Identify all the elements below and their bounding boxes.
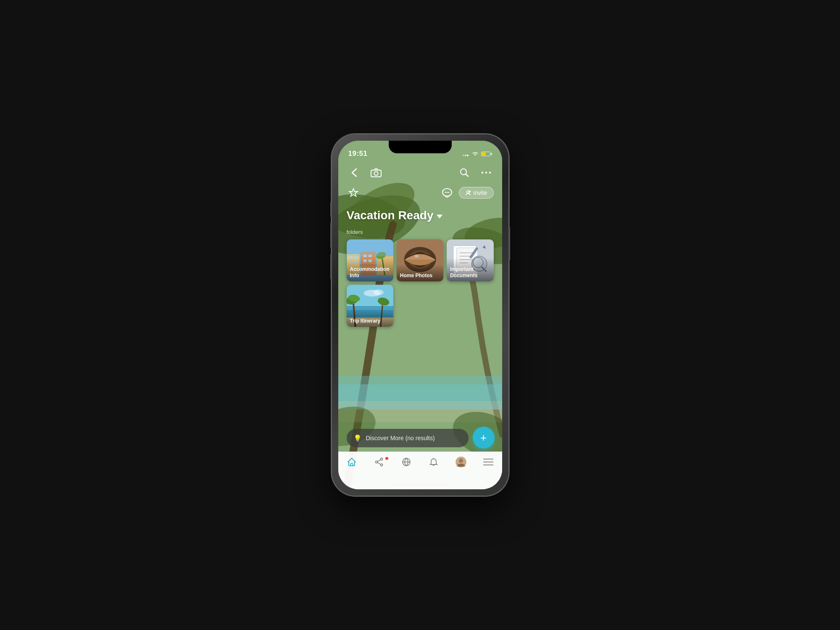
svg-point-17 [482, 172, 483, 173]
folder-home-photos[interactable]: Home Photos [397, 239, 443, 281]
folders-label: folders [347, 229, 494, 235]
svg-point-12 [465, 155, 466, 156]
back-button[interactable] [347, 165, 362, 180]
folder-important-documents[interactable]: Important Documents [447, 239, 493, 281]
album-title: Vacation Ready [347, 209, 434, 222]
discover-text: Discover More (no results) [366, 435, 435, 441]
folder-trip-itinerary[interactable]: Trip Itinerary [347, 285, 393, 327]
second-toolbar: invite [338, 184, 502, 202]
discover-icon: 💡 [353, 434, 362, 442]
svg-point-13 [467, 155, 469, 156]
power-button[interactable] [508, 227, 510, 260]
svg-point-19 [489, 172, 490, 173]
svg-point-18 [485, 172, 487, 173]
svg-point-24 [467, 191, 469, 193]
invite-button[interactable]: invite [459, 187, 494, 199]
phone-screen: 19:51 [338, 141, 502, 489]
more-button[interactable] [479, 165, 494, 180]
svg-rect-40 [347, 239, 393, 256]
svg-point-76 [381, 458, 383, 460]
chat-button[interactable] [440, 185, 455, 200]
content-area: Vacation Ready folders [338, 202, 502, 452]
battery-icon [481, 152, 492, 156]
search-button[interactable] [457, 165, 472, 180]
status-time: 19:51 [348, 150, 368, 158]
notch [389, 141, 452, 153]
svg-point-11 [463, 155, 464, 156]
camera-button[interactable] [369, 165, 384, 180]
discover-bar[interactable]: 💡 Discover More (no results) [347, 429, 469, 447]
menu-tab-icon [482, 456, 494, 468]
tab-share[interactable] [366, 456, 392, 468]
dropdown-arrow[interactable] [437, 215, 442, 218]
svg-point-15 [374, 172, 378, 176]
album-title-row: Vacation Ready [347, 209, 494, 222]
top-toolbar [338, 162, 502, 184]
toolbar-right [457, 165, 494, 180]
svg-point-81 [459, 459, 463, 463]
second-toolbar-right: invite [440, 185, 494, 200]
tab-home[interactable] [339, 456, 364, 468]
folder-accommodation-info[interactable]: Accommodation Info [347, 239, 393, 281]
home-tab-icon [346, 456, 358, 468]
svg-point-22 [446, 192, 448, 193]
add-fab-button[interactable]: + [473, 427, 495, 449]
toolbar-left [347, 165, 384, 180]
share-tab-icon [373, 456, 385, 468]
svg-point-77 [381, 464, 383, 466]
folder-home-photos-label: Home Photos [397, 264, 443, 281]
svg-rect-14 [371, 170, 381, 177]
fab-icon: + [480, 431, 487, 444]
tab-menu[interactable] [476, 456, 501, 468]
signal-icon [463, 151, 469, 156]
folder-trip-label: Trip Itinerary [347, 310, 393, 327]
favorite-button[interactable] [347, 186, 360, 200]
svg-point-79 [433, 458, 434, 459]
tab-bell[interactable] [421, 456, 446, 468]
profile-tab-icon [455, 456, 467, 468]
tab-globe[interactable] [394, 456, 419, 468]
svg-point-23 [448, 192, 449, 193]
volume-up-button[interactable] [330, 223, 332, 248]
folders-grid: Accommodation Info [347, 239, 494, 327]
globe-tab-icon [400, 456, 412, 468]
volume-down-button[interactable] [330, 254, 332, 279]
wifi-icon [472, 151, 479, 156]
folder-accommodation-label: Accommodation Info [347, 258, 393, 281]
share-tab-dot [385, 457, 388, 460]
svg-point-75 [376, 461, 378, 463]
invite-label: invite [474, 189, 487, 196]
tab-profile[interactable] [448, 456, 474, 468]
folder-important-docs-label: Important Documents [447, 258, 493, 281]
svg-point-74 [373, 289, 383, 295]
status-icons [463, 151, 492, 156]
bell-tab-icon [428, 456, 440, 468]
tab-bar [338, 452, 502, 489]
phone-frame: 19:51 [332, 134, 508, 496]
svg-point-21 [445, 192, 446, 193]
